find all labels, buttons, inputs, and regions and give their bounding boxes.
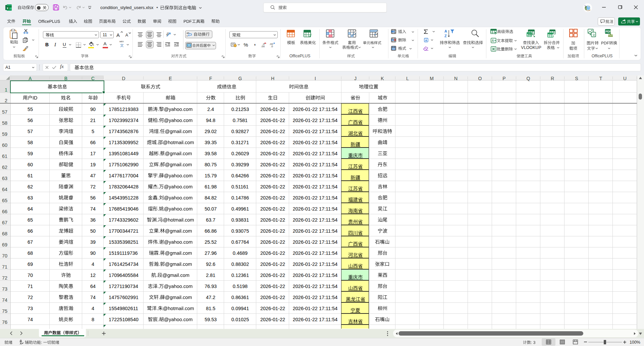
svg-text:x: x (7, 6, 8, 10)
svg-text:.0: .0 (271, 45, 273, 47)
svg-text:c: c (186, 34, 188, 37)
svg-text:Z: Z (444, 34, 447, 38)
svg-text:A: A (492, 39, 494, 43)
svg-text:A: A (444, 29, 447, 33)
svg-text:PDF: PDF (605, 30, 611, 33)
svg-text:.00: .00 (261, 45, 265, 47)
